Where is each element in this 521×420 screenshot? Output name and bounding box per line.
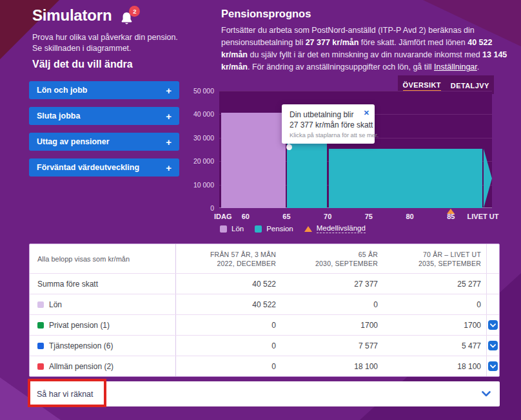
tooltip-hint: Klicka på staplarna för att se mer. (290, 132, 368, 138)
value-cell: 18 100 (383, 356, 486, 376)
value-cell: 40 522 (176, 274, 281, 294)
legend-label: Lön (231, 225, 244, 233)
y-tick-label: 50 000 (182, 87, 214, 95)
chart-bar-pension-2[interactable] (329, 149, 482, 208)
table-header-row: Alla belopp visas som kr/mån FRÅN 57 ÅR,… (30, 244, 499, 273)
value-cell: 0 (383, 294, 486, 314)
swatch-icon (37, 301, 44, 308)
value-cell: 5 477 (383, 336, 486, 356)
expand-row-button[interactable] (488, 341, 498, 350)
annotation-highlight-box (28, 379, 106, 407)
legend-label: Pension (266, 225, 293, 233)
swatch-icon (220, 225, 227, 233)
chart-legend: LönPensionMedellivslängd (220, 224, 366, 233)
swatch-icon (37, 363, 44, 370)
table-body: Summa före skatt40 52227 37725 277Lön40 … (30, 273, 499, 376)
row-label: Allmän pension (2) (49, 362, 113, 371)
swatch-icon (37, 343, 44, 349)
simulator-page: Simulatorn 2 Prova hur olika val påverka… (0, 0, 521, 420)
chevron-down-icon (490, 365, 496, 368)
expander-cell (486, 336, 499, 356)
row-label: Tjänstepension (6) (49, 341, 113, 350)
chart-bar-lon-0[interactable] (221, 113, 286, 208)
y-tick-label: 40 000 (182, 110, 214, 118)
chart-tooltip: ✕ Din utbetalning blir 27 377 kr/mån för… (282, 104, 375, 144)
table-row-lon: Lön40 52200 (30, 294, 499, 314)
row-label-cell: Summa före skatt (30, 274, 176, 294)
chevron-down-icon (490, 323, 496, 327)
legend-item-pension: Pension (255, 225, 293, 233)
legend-label: Medellivslängd (317, 224, 366, 233)
row-label: Lön (49, 300, 62, 309)
chart-bar-arrow (484, 149, 492, 208)
tooltip-line2: 27 377 kr/mån före skatt (290, 120, 368, 129)
value-cell: 40 522 (176, 294, 281, 314)
value-cell: 7 577 (281, 336, 383, 356)
expand-row-button[interactable] (488, 361, 498, 371)
chevron-down-icon (482, 391, 491, 397)
triangle-icon (304, 226, 312, 232)
chart-bar-pension-1[interactable] (287, 144, 326, 208)
column-header-date: 2030, SEPTEMBER (315, 259, 378, 268)
close-icon[interactable]: ✕ (364, 109, 369, 117)
expander-cell (486, 294, 499, 314)
x-tick-label-70: 70 (324, 213, 331, 220)
x-tick-label-65: 65 (282, 213, 290, 220)
x-tick-label-idag: IDAG (214, 213, 232, 220)
table-corner-label: Alla belopp visas som kr/mån (30, 244, 176, 273)
row-label-cell: Lön (30, 294, 176, 314)
chart-x-axis: IDAG606570758085LIVET UT (219, 213, 492, 222)
marker-medellivslangd (447, 209, 455, 214)
column-header-date: 2035, SEPTEMBER (418, 259, 481, 268)
x-tick-label-80: 80 (406, 213, 413, 220)
column-header: FRÅN 57 ÅR, 3 MÅN2022, DECEMBER (176, 244, 281, 273)
swatch-icon (37, 322, 44, 329)
y-tick-label: 20 000 (182, 157, 214, 165)
expander-cell (486, 315, 499, 335)
swatch-icon (255, 225, 262, 233)
header-expander-spacer (486, 244, 499, 273)
legend-item-lon: Lön (220, 225, 244, 233)
table-row-tjanstepension-6: Tjänstepension (6)07 5775 477 (30, 335, 499, 356)
value-cell: 0 (176, 336, 281, 356)
expander-cell (486, 356, 499, 376)
tooltip-anchor-dot (286, 144, 292, 150)
chevron-down-icon (490, 344, 496, 348)
expand-row-button[interactable] (488, 320, 498, 330)
value-cell: 27 377 (281, 274, 383, 294)
expander-cell (486, 274, 499, 294)
column-header-date: 2022, DECEMBER (217, 259, 276, 268)
row-label-cell: Allmän pension (2) (30, 356, 176, 376)
column-header-period: 70 ÅR – LIVET UT (423, 250, 481, 259)
x-tick-label-livet-ut: LIVET UT (467, 213, 499, 220)
column-header-period: FRÅN 57 ÅR, 3 MÅN (210, 250, 276, 259)
y-tick-label: 10 000 (182, 181, 214, 189)
column-header: 65 ÅR2030, SEPTEMBER (281, 244, 383, 273)
row-label: Privat pension (1) (49, 321, 110, 330)
value-cell: 0 (176, 315, 281, 335)
column-header: 70 ÅR – LIVET UT2035, SEPTEMBER (383, 244, 486, 273)
value-cell: 1700 (383, 315, 486, 335)
table-row-allman-pension-2: Allmän pension (2)018 10018 100 (30, 356, 499, 376)
legend-item-medellivslangd[interactable]: Medellivslängd (304, 224, 366, 233)
row-label-cell: Privat pension (1) (30, 315, 176, 335)
y-tick-label: 30 000 (182, 134, 214, 142)
table-row-privat-pension-1: Privat pension (1)017001700 (30, 314, 499, 335)
gridline (219, 91, 492, 91)
value-cell: 18 100 (281, 356, 383, 376)
value-cell: 25 277 (383, 274, 486, 294)
value-cell: 0 (176, 356, 281, 376)
y-tick-label: 0 (182, 204, 214, 212)
row-label-cell: Tjänstepension (6) (30, 336, 176, 356)
tooltip-line1: Din utbetalning blir (290, 110, 368, 119)
x-tick-label-60: 60 (242, 213, 250, 220)
row-label: Summa före skatt (37, 280, 98, 289)
column-header-period: 65 ÅR (359, 250, 378, 259)
prognosis-table: Alla belopp visas som kr/mån FRÅN 57 ÅR,… (29, 243, 500, 377)
table-row-summa-fore-skatt: Summa före skatt40 52227 37725 277 (30, 273, 499, 294)
x-tick-label-75: 75 (365, 213, 373, 220)
value-cell: 0 (281, 294, 383, 314)
value-cell: 1700 (281, 315, 383, 335)
